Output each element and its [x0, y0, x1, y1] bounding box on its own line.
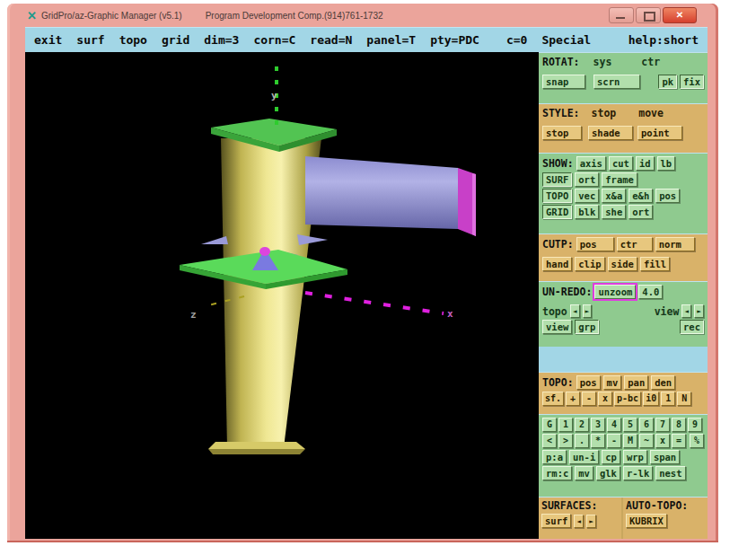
key-5[interactable]: 5: [623, 418, 637, 432]
maximize-button[interactable]: [636, 7, 661, 23]
unredo-value-button[interactable]: 4.0: [638, 285, 663, 299]
menu-dim[interactable]: dim=3: [204, 33, 239, 47]
topo-next-icon[interactable]: ►: [583, 304, 593, 318]
show-vec-button[interactable]: vec: [575, 189, 599, 203]
menu-exit[interactable]: exit: [34, 33, 62, 47]
topo-prev-icon[interactable]: ◄: [570, 304, 580, 318]
rotat-mode-ctr[interactable]: ctr: [641, 56, 660, 68]
style-shade-button[interactable]: shade: [588, 126, 633, 140]
topo-pan-button[interactable]: pan: [624, 375, 648, 390]
menu-corn[interactable]: corn=C: [253, 33, 295, 47]
topo-pos-button[interactable]: pos: [576, 375, 601, 390]
key-3[interactable]: 3: [591, 418, 605, 432]
kubrix-button[interactable]: KUBRIX: [626, 514, 667, 528]
key-g[interactable]: G: [542, 418, 557, 432]
title-bar[interactable]: ✕ GridPro/az-Graphic Manager (v5.1) Prog…: [7, 4, 718, 27]
show-she-button[interactable]: she: [602, 205, 626, 219]
style-mode-move[interactable]: move: [638, 107, 664, 119]
style-stop-button[interactable]: stop: [542, 126, 582, 140]
topo-i0-button[interactable]: i0: [643, 392, 659, 406]
menu-c0[interactable]: c=0: [506, 33, 527, 47]
minimize-button[interactable]: [609, 7, 634, 23]
key-span-button[interactable]: span: [650, 450, 680, 464]
key-pa-button[interactable]: p:a: [542, 450, 567, 464]
rotat-mode-sys[interactable]: sys: [593, 56, 612, 68]
show-topo-button[interactable]: TOPO: [542, 189, 572, 203]
show-xa-button[interactable]: x&a: [602, 189, 626, 203]
menu-help[interactable]: help:short: [629, 33, 699, 47]
cutp-pos-button[interactable]: pos: [576, 237, 614, 251]
show-cut-button[interactable]: cut: [609, 156, 633, 171]
key-7[interactable]: 7: [655, 418, 670, 432]
key-minus[interactable]: -: [607, 434, 621, 448]
key-uni-button[interactable]: un-i: [569, 450, 599, 464]
close-button[interactable]: ✕: [663, 7, 697, 23]
unzoom-button[interactable]: unzoom: [594, 285, 636, 299]
topo-pbc-button[interactable]: p-bc: [614, 392, 641, 406]
style-point-button[interactable]: point: [637, 126, 682, 140]
show-id-button[interactable]: id: [636, 156, 655, 171]
key-gt[interactable]: >: [558, 434, 573, 448]
topo-minus-button[interactable]: -: [582, 392, 596, 406]
rotat-snap-button[interactable]: snap: [542, 75, 585, 89]
key-wrp-button[interactable]: wrp: [623, 450, 647, 464]
topo-den-button[interactable]: den: [651, 375, 675, 390]
surf-button[interactable]: surf: [541, 514, 571, 528]
key-rlk-button[interactable]: r-lk: [623, 466, 653, 480]
menu-surf[interactable]: surf: [76, 33, 104, 47]
key-eq[interactable]: =: [672, 434, 686, 448]
topo-x-button[interactable]: x: [598, 392, 612, 406]
key-2[interactable]: 2: [575, 418, 589, 432]
key-m[interactable]: M: [623, 434, 637, 448]
surf-next-icon[interactable]: ►: [586, 515, 596, 528]
key-pct[interactable]: %: [690, 434, 704, 448]
cutp-clip-button[interactable]: clip: [575, 257, 604, 271]
topo-sf-button[interactable]: sf.: [542, 392, 564, 406]
key-x[interactable]: x: [655, 434, 670, 448]
key-8[interactable]: 8: [672, 418, 686, 432]
menu-pty[interactable]: pty=PDC: [430, 33, 479, 47]
menu-topo[interactable]: topo: [119, 33, 147, 47]
unredo-view-button[interactable]: view: [542, 320, 572, 334]
surf-prev-icon[interactable]: ◄: [574, 515, 584, 528]
key-cp-button[interactable]: cp: [602, 450, 620, 464]
view-next-icon[interactable]: ►: [694, 304, 704, 318]
unredo-grp-button[interactable]: grp: [575, 320, 599, 334]
viewport-3d[interactable]: y x z: [25, 52, 539, 539]
key-6[interactable]: 6: [639, 418, 654, 432]
show-lb-button[interactable]: lb: [657, 156, 676, 171]
show-axis-button[interactable]: axis: [576, 156, 606, 171]
cutp-norm-button[interactable]: norm: [655, 237, 695, 251]
show-blk-button[interactable]: blk: [575, 205, 599, 219]
show-pos-button[interactable]: pos: [655, 189, 680, 203]
topo-plus-button[interactable]: +: [566, 392, 580, 406]
cutp-fill-button[interactable]: fill: [640, 257, 670, 271]
key-mv-button[interactable]: mv: [575, 466, 593, 480]
show-ort2-button[interactable]: ort: [629, 205, 653, 219]
topo-n-button[interactable]: N: [677, 392, 691, 406]
topo-mv-button[interactable]: mv: [603, 375, 622, 390]
rotat-fix-button[interactable]: fix: [680, 75, 704, 89]
show-frame-button[interactable]: frame: [602, 172, 637, 187]
key-nest-button[interactable]: nest: [655, 466, 685, 480]
style-mode-stop[interactable]: stop: [592, 107, 617, 119]
cutp-ctr-button[interactable]: ctr: [617, 237, 653, 251]
menu-read[interactable]: read=N: [310, 33, 352, 47]
key-dot[interactable]: .: [575, 434, 589, 448]
rotat-pk-button[interactable]: pk: [658, 75, 677, 89]
key-star[interactable]: *: [591, 434, 605, 448]
key-1[interactable]: 1: [558, 418, 573, 432]
menu-grid[interactable]: grid: [162, 33, 189, 47]
menu-panel[interactable]: panel=T: [366, 33, 416, 47]
menu-special[interactable]: Special: [541, 33, 591, 47]
key-glk-button[interactable]: glk: [596, 466, 620, 480]
show-eh-button[interactable]: e&h: [629, 189, 653, 203]
unredo-rec-button[interactable]: rec: [680, 320, 704, 334]
key-9[interactable]: 9: [688, 418, 702, 432]
rotat-scrn-button[interactable]: scrn: [593, 75, 640, 89]
view-prev-icon[interactable]: ◄: [681, 304, 691, 318]
key-lt[interactable]: <: [542, 434, 557, 448]
key-rmc-button[interactable]: rm:c: [542, 466, 572, 480]
cutp-hand-button[interactable]: hand: [542, 257, 572, 271]
show-grid-button[interactable]: GRID: [542, 205, 572, 219]
